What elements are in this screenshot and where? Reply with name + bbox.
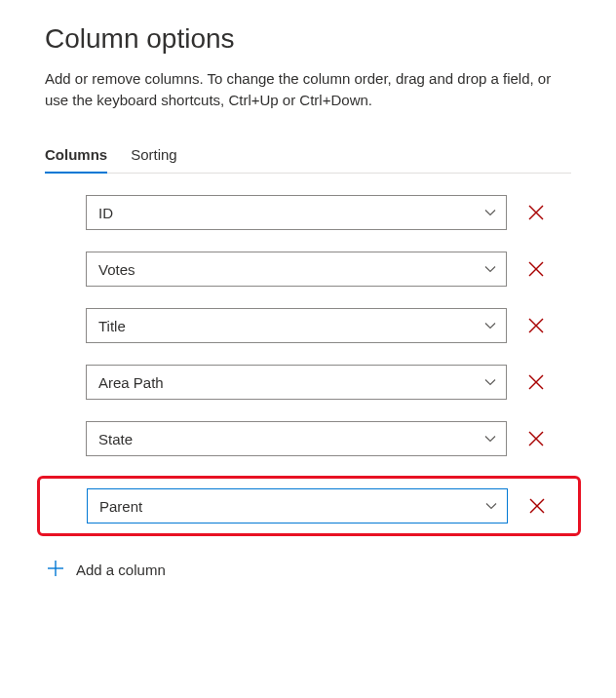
column-row: Title [86, 308, 571, 343]
column-dropdown-id[interactable]: ID [86, 195, 507, 230]
chevron-down-icon [484, 207, 496, 218]
chevron-down-icon [484, 263, 496, 275]
column-label: Area Path [98, 374, 164, 391]
columns-list: ID Votes Title [45, 195, 571, 586]
highlighted-row: Parent [37, 476, 581, 536]
column-row: Area Path [86, 365, 571, 400]
tab-columns[interactable]: Columns [45, 140, 107, 173]
column-dropdown-area-path[interactable]: Area Path [86, 365, 507, 400]
column-label: Title [98, 318, 126, 334]
page-title: Column options [45, 23, 571, 55]
remove-column-button[interactable] [520, 310, 552, 341]
tab-sorting[interactable]: Sorting [131, 140, 177, 173]
close-icon [527, 373, 545, 391]
chevron-down-icon [485, 500, 497, 512]
column-row: Votes [86, 252, 571, 287]
close-icon [528, 497, 546, 515]
remove-column-button[interactable] [520, 197, 552, 228]
column-row: State [86, 421, 571, 456]
column-label: Parent [99, 498, 142, 515]
remove-column-button[interactable] [521, 490, 553, 522]
column-dropdown-votes[interactable]: Votes [86, 252, 507, 287]
column-row: ID [86, 195, 571, 230]
chevron-down-icon [484, 320, 496, 331]
column-label: ID [98, 205, 113, 221]
remove-column-button[interactable] [520, 423, 552, 454]
column-label: State [98, 431, 133, 447]
remove-column-button[interactable] [520, 367, 552, 398]
add-column-label: Add a column [76, 562, 166, 578]
column-dropdown-title[interactable]: Title [86, 308, 507, 343]
remove-column-button[interactable] [520, 253, 552, 285]
close-icon [527, 204, 545, 221]
column-dropdown-state[interactable]: State [86, 421, 507, 456]
page-description: Add or remove columns. To change the col… [45, 68, 571, 111]
add-column-button[interactable]: Add a column [47, 554, 571, 586]
tabs: Columns Sorting [45, 140, 571, 174]
column-label: Votes [98, 261, 135, 278]
close-icon [527, 430, 545, 447]
plus-icon [47, 560, 64, 580]
chevron-down-icon [484, 376, 496, 388]
close-icon [527, 260, 545, 278]
close-icon [527, 317, 545, 334]
column-dropdown-parent[interactable]: Parent [87, 488, 508, 524]
chevron-down-icon [484, 433, 496, 445]
